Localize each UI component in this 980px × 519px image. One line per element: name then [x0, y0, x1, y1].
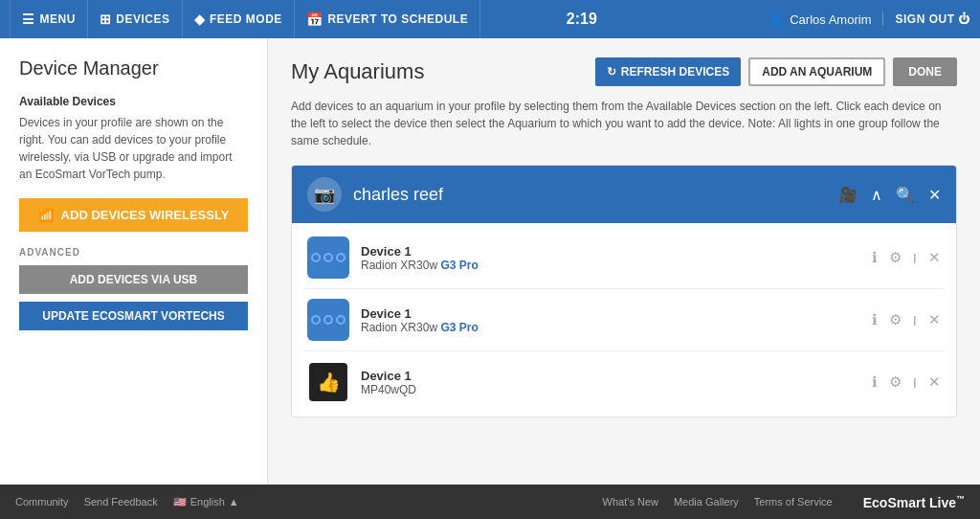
main-content: Device Manager Available Devices Devices… — [0, 38, 980, 485]
camera-icon[interactable]: 🎥 — [838, 186, 858, 204]
media-gallery-link[interactable]: Media Gallery — [674, 496, 739, 508]
info-icon-3[interactable]: ℹ — [872, 373, 878, 391]
device-info: Device 1 Radion XR30w G3 Pro — [361, 244, 872, 272]
update-ecosmart-button[interactable]: UPDATE ECOSMART VORTECHS — [19, 302, 248, 330]
menu-button[interactable]: ☰ MENU — [10, 0, 88, 38]
language-selector[interactable]: 🇺🇸 English ▲ — [173, 496, 239, 508]
add-usb-label: ADD DEVICES VIA USB — [70, 273, 198, 286]
add-devices-wirelessly-button[interactable]: 📶 ADD DEVICES WIRELESSLY — [19, 198, 248, 232]
top-nav: ☰ MENU ⊞ DEVICES ◆ FEED MODE 📅 REVERT TO… — [0, 0, 980, 38]
calendar-icon: 📅 — [306, 11, 323, 27]
done-button[interactable]: DONE — [893, 57, 957, 86]
menu-icon: ☰ — [22, 11, 35, 27]
radion-dots — [311, 253, 345, 262]
done-label: DONE — [908, 65, 942, 79]
dot-2 — [323, 253, 333, 262]
close-aquarium-icon[interactable]: ✕ — [928, 186, 941, 204]
device-info-2: Device 1 Radion XR30w G3 Pro — [361, 306, 872, 334]
mp40-thumb-icon: 👍 — [317, 371, 341, 394]
radion-icon — [307, 237, 349, 279]
add-devices-usb-button[interactable]: ADD DEVICES VIA USB — [19, 265, 248, 294]
revert-label: REVERT TO SCHEDULE — [327, 12, 468, 26]
add-aquarium-button[interactable]: ADD AN AQUARIUM — [748, 57, 885, 86]
device-actions: ℹ ⚙ I ✕ — [872, 249, 941, 266]
footer: Community Send Feedback 🇺🇸 English ▲ Wha… — [0, 485, 980, 519]
adjust-icon[interactable]: I — [913, 250, 917, 266]
refresh-devices-button[interactable]: ↻ REFRESH DEVICES — [595, 57, 741, 86]
device-info-3: Device 1 MP40wQD — [361, 369, 872, 396]
sign-out-icon: ⏻ — [958, 12, 970, 26]
device-model-2: Radion XR30w G3 Pro — [361, 321, 872, 334]
panel-title: My Aquariums — [291, 59, 424, 84]
sidebar-description: Devices in your profile are shown on the… — [19, 114, 248, 183]
search-icon[interactable]: 🔍 — [896, 186, 915, 204]
dot-3 — [336, 253, 345, 262]
settings-icon[interactable]: ⚙ — [889, 249, 902, 266]
info-icon[interactable]: ℹ — [872, 249, 878, 266]
aquarium-avatar-icon: 📷 — [314, 184, 335, 205]
update-ecosmart-label: UPDATE ECOSMART VORTECHS — [42, 309, 224, 323]
right-panel: My Aquariums ↻ REFRESH DEVICES ADD AN AQ… — [268, 38, 980, 485]
send-feedback-link[interactable]: Send Feedback — [84, 496, 158, 508]
chevron-down-icon: ▲ — [229, 496, 239, 508]
user-name: Carlos Amorim — [790, 12, 871, 27]
sidebar-title: Device Manager — [19, 57, 248, 79]
aquarium-header: 📷 charles reef 🎥 ∧ 🔍 ✕ — [292, 166, 956, 223]
remove-device-icon-2[interactable]: ✕ — [928, 311, 941, 328]
info-icon-2[interactable]: ℹ — [872, 311, 878, 328]
device-icon-mp40: 👍 — [307, 361, 349, 403]
device-name: Device 1 — [361, 244, 872, 259]
add-aquarium-label: ADD AN AQUARIUM — [762, 65, 872, 79]
whats-new-link[interactable]: What's New — [603, 496, 658, 508]
revert-button[interactable]: 📅 REVERT TO SCHEDULE — [295, 0, 480, 38]
devices-button[interactable]: ⊞ DEVICES — [88, 0, 183, 38]
sidebar: Device Manager Available Devices Devices… — [0, 38, 268, 485]
add-wireless-label: ADD DEVICES WIRELESSLY — [61, 208, 230, 222]
device-icon-radion — [307, 237, 349, 279]
dot-1 — [311, 253, 321, 262]
settings-icon-2[interactable]: ⚙ — [889, 311, 902, 328]
table-row: 👍 Device 1 MP40wQD ℹ ⚙ I ✕ — [303, 351, 945, 413]
aquarium-card: 📷 charles reef 🎥 ∧ 🔍 ✕ — [291, 165, 957, 417]
chevron-up-icon[interactable]: ∧ — [871, 186, 882, 204]
device-badge-2: G3 Pro — [440, 321, 478, 334]
language-label: English — [190, 496, 225, 508]
device-name-2: Device 1 — [361, 306, 872, 321]
ecosmart-brand: EcoSmart Live™ — [863, 494, 965, 510]
user-info: 👤 Carlos Amorim — [768, 12, 871, 27]
table-row: Device 1 Radion XR30w G3 Pro ℹ ⚙ I ✕ — [303, 289, 945, 351]
refresh-icon: ↻ — [607, 65, 616, 79]
terms-link[interactable]: Terms of Service — [754, 496, 833, 508]
footer-right: What's New Media Gallery Terms of Servic… — [603, 494, 965, 510]
dot-5 — [323, 315, 333, 325]
aquarium-header-icons: 🎥 ∧ 🔍 ✕ — [838, 186, 941, 204]
settings-icon-3[interactable]: ⚙ — [889, 373, 902, 391]
user-icon: 👤 — [768, 12, 784, 27]
wifi-icon: 📶 — [38, 208, 54, 222]
feed-mode-button[interactable]: ◆ FEED MODE — [183, 0, 295, 38]
adjust-icon-3[interactable]: I — [913, 374, 917, 391]
nav-time: 2:19 — [567, 11, 597, 28]
table-row: Device 1 Radion XR30w G3 Pro ℹ ⚙ I ✕ — [303, 227, 945, 289]
aquarium-avatar: 📷 — [307, 177, 342, 212]
sign-out-button[interactable]: SIGN OUT ⏻ — [882, 12, 970, 26]
community-link[interactable]: Community — [15, 496, 69, 508]
feed-mode-label: FEED MODE — [210, 12, 282, 26]
dot-4 — [311, 315, 321, 325]
mp40-icon: 👍 — [309, 363, 347, 401]
devices-icon: ⊞ — [100, 11, 112, 27]
radion-dots-2 — [311, 315, 345, 325]
device-list: Device 1 Radion XR30w G3 Pro ℹ ⚙ I ✕ — [292, 223, 956, 417]
device-badge: G3 Pro — [440, 259, 478, 272]
aquarium-name: charles reef — [353, 185, 827, 205]
device-model-3: MP40wQD — [361, 383, 872, 396]
flag-icon: 🇺🇸 — [173, 496, 187, 508]
dot-6 — [336, 315, 345, 325]
remove-device-icon[interactable]: ✕ — [928, 249, 941, 266]
radion-icon-2 — [307, 299, 349, 341]
advanced-label: ADVANCED — [19, 247, 248, 258]
sign-out-label: SIGN OUT — [895, 12, 954, 26]
panel-header: My Aquariums ↻ REFRESH DEVICES ADD AN AQ… — [291, 57, 957, 86]
remove-device-icon-3[interactable]: ✕ — [928, 373, 941, 391]
adjust-icon-2[interactable]: I — [913, 312, 917, 328]
